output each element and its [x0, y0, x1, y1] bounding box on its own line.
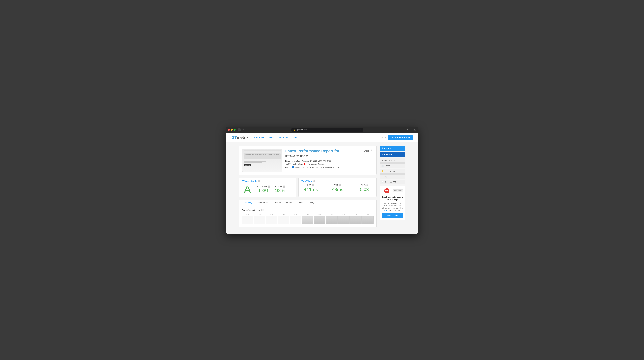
logo-text: GTmetrix: [232, 135, 248, 140]
meta-server: Test Server Location: 🇨🇦 Vancouver, Cana…: [285, 163, 373, 165]
web-vitals-help-icon[interactable]: ?: [312, 180, 315, 182]
extensions-icon[interactable]: ⊞: [414, 129, 416, 131]
svg-rect-1: [239, 129, 240, 130]
nav-links: Features ▾ Pricing Resources ▾ Blog: [254, 136, 297, 139]
tabs-section: Summary Performance Structure Waterfall …: [238, 200, 376, 227]
minimize-button[interactable]: [231, 129, 233, 131]
label-5: 0.5s: [302, 213, 314, 215]
logo[interactable]: GTmetrix: [232, 135, 248, 140]
resources-chevron: ▾: [288, 137, 289, 138]
tab-content: Speed Visualization ? 0.1s 0.2s 0.2s 0.3…: [239, 206, 376, 227]
svg-rect-3: [239, 130, 240, 131]
nav-pricing[interactable]: Pricing: [268, 136, 274, 139]
login-button[interactable]: Log In: [380, 136, 386, 139]
get-started-button[interactable]: Get Started for Free: [388, 135, 412, 140]
cls-metric: CLS ? 0.03: [355, 184, 374, 192]
svg-rect-2: [239, 130, 240, 130]
set-up-alerts-button[interactable]: 🔔 Set Up Alerts: [380, 169, 405, 174]
report-main: B2B marketing agency & startup studio ✦ …: [238, 146, 376, 230]
close-button[interactable]: [228, 129, 230, 131]
share-button[interactable]: Share ↗: [364, 149, 373, 153]
lcp-help-icon[interactable]: ?: [312, 184, 314, 186]
label-9: 0.7s: [350, 213, 362, 215]
monitor-button[interactable]: 📈 Monitor: [380, 164, 405, 168]
label-1: 0.2s: [254, 213, 266, 215]
frame-4: [278, 216, 289, 224]
nav-blog[interactable]: Blog: [293, 136, 297, 139]
frame-7: [314, 216, 326, 224]
performance-metric: Performance ? 100%: [256, 185, 270, 193]
frame-3: [266, 216, 277, 224]
report-title: Latest Performance Report for:: [285, 149, 340, 153]
forward-button[interactable]: ›: [246, 128, 248, 131]
new-tab-icon[interactable]: ＋: [410, 129, 412, 131]
grade-card-title: GTmetrix Grade ?: [242, 180, 293, 182]
tab-history[interactable]: History: [305, 200, 316, 206]
compare-button[interactable]: ⊟ Compare: [380, 152, 405, 157]
tbt-value: 43ms: [328, 187, 347, 192]
nav-resources[interactable]: Resources ▾: [278, 136, 289, 139]
traffic-lights: [228, 129, 236, 131]
grades-section: GTmetrix Grade ? A Performance ?: [238, 178, 376, 197]
tab-waterfall[interactable]: Waterfall: [283, 200, 296, 206]
label-8: 0.6s: [338, 213, 350, 215]
grade-help-icon[interactable]: ?: [258, 180, 260, 182]
tags-button[interactable]: 🏷 Tags: [380, 175, 405, 179]
download-pdf-button[interactable]: 📄 Download PDF: [380, 180, 405, 184]
report-header-card: B2B marketing agency & startup studio ✦ …: [238, 146, 376, 175]
share-label: Share: [364, 150, 369, 152]
tab-summary[interactable]: Summary: [241, 200, 254, 206]
maximize-button[interactable]: [234, 129, 236, 131]
create-account-button[interactable]: Create account: [382, 213, 403, 218]
frame-5: [290, 216, 302, 224]
report-sidebar: ↺ Re-Test ⊟ Compare ⚙ Page Settings 📈 Mo…: [380, 146, 405, 230]
tab-video[interactable]: Video: [296, 200, 306, 206]
frame-8: [326, 216, 338, 224]
tags-icon: 🏷: [381, 176, 383, 178]
structure-help-icon[interactable]: ?: [283, 185, 285, 188]
address-bar-wrapper: 🔒 gtmetrix.com ↺: [250, 128, 404, 132]
label-0: 0.1s: [242, 213, 254, 215]
tab-performance[interactable]: Performance: [254, 200, 270, 206]
speed-timeline: 0.1s 0.2s 0.2s 0.3s 0.4s 0.5s 0.5s 0.6s …: [242, 213, 374, 224]
nav-controls: ‹ ›: [238, 128, 248, 131]
back-button[interactable]: ‹: [242, 128, 245, 131]
page-settings-button[interactable]: ⚙ Page Settings: [380, 158, 405, 163]
features-chevron: ▾: [263, 137, 264, 138]
frame-6: [302, 216, 314, 224]
page-content: GTmetrix Features ▾ Pricing Resources ▾ …: [226, 133, 418, 233]
canada-flag: 🇨🇦: [304, 163, 306, 165]
frame-9: [338, 216, 350, 224]
nav-features[interactable]: Features ▾: [254, 136, 264, 139]
site-preview: B2B marketing agency & startup studio ✦ …: [242, 149, 282, 172]
browser-window: ‹ › 🔒 gtmetrix.com ↺ ⬆ ＋ ⊞ GTmetrix: [226, 127, 418, 233]
performance-help-icon[interactable]: ?: [268, 185, 270, 188]
grade-letter: A: [242, 184, 253, 194]
chrome-icon: 🔵: [292, 166, 294, 168]
speed-viz-help-icon[interactable]: ?: [261, 209, 264, 211]
tbt-help-icon[interactable]: ?: [338, 184, 341, 186]
address-bar[interactable]: 🔒 gtmetrix.com ↺: [292, 128, 363, 132]
abp-logo: ABP: [384, 188, 389, 193]
retest-button[interactable]: ↺ Re-Test: [380, 146, 405, 151]
label-10: 0.8s: [362, 213, 374, 215]
refresh-icon[interactable]: ↺: [360, 129, 361, 131]
share-icon[interactable]: ⬆: [406, 129, 408, 131]
nav-actions: Log In Get Started for Free: [380, 135, 412, 140]
url-display: gtmetrix.com: [296, 129, 307, 131]
adblock-banner: ABP Adblock Plus Block ads and trackers …: [380, 186, 405, 220]
tab-structure[interactable]: Structure: [270, 200, 283, 206]
timeline-frames: [242, 216, 374, 224]
retest-icon: ↺: [382, 147, 383, 149]
grade-metrics: Performance ? 100% Structure ?: [256, 185, 285, 193]
share-icon: ↗: [370, 149, 373, 153]
vitals-content: LCP ? 441ms TBT ?: [302, 184, 374, 192]
sidebar-toggle-icon[interactable]: [238, 128, 241, 131]
adblock-description: Enable AdBlock Plus to see how this page…: [382, 202, 403, 211]
cls-help-icon[interactable]: ?: [366, 184, 368, 186]
report-meta: Report generated: Wed, Jun 14, 2023 10:0…: [285, 160, 373, 168]
svg-rect-0: [238, 129, 239, 131]
cls-value: 0.03: [355, 187, 374, 192]
browser-titlebar: ‹ › 🔒 gtmetrix.com ↺ ⬆ ＋ ⊞: [226, 127, 418, 133]
lcp-metric: LCP ? 441ms: [302, 184, 320, 192]
